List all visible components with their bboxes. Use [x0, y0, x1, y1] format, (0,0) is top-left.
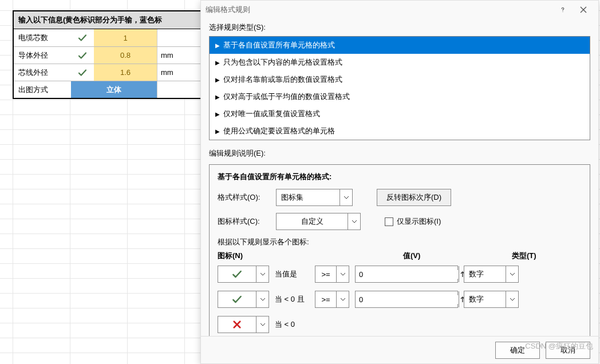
row-value[interactable]: 1.6 [94, 64, 157, 81]
chevron-down-icon [256, 266, 269, 282]
row-value[interactable]: 立体 [71, 81, 157, 98]
dialog-help-button[interactable] [552, 2, 573, 18]
checkbox-box [385, 217, 393, 226]
show-icon-only-checkbox[interactable]: 仅显示图标(I) [385, 216, 441, 227]
play-arrow-icon: ▶ [215, 42, 220, 49]
type-combo[interactable]: 数字 [464, 291, 519, 308]
rule-type-label: 仅对唯一值或重复值设置格式 [223, 109, 320, 119]
dialog-content: 选择规则类型(S): ▶基于各自值设置所有单元格的格式▶只为包含以下内容的单元格… [201, 19, 598, 336]
rule-type-listbox[interactable]: ▶基于各自值设置所有单元格的格式▶只为包含以下内容的单元格设置格式▶仅对排名靠前… [209, 36, 590, 140]
ok-button[interactable]: 确定 [495, 342, 540, 359]
rule-type-item[interactable]: ▶使用公式确定要设置格式的单元格 [210, 122, 590, 140]
rule-condition-label: 当 < 0 且 [275, 294, 309, 304]
rule-type-item[interactable]: ▶基于各自值设置所有单元格的格式 [210, 37, 590, 54]
check-icon [218, 294, 256, 305]
check-icon [71, 47, 94, 64]
chevron-down-icon [506, 291, 518, 307]
col-type-header: 类型(T) [512, 251, 582, 261]
rule-type-label: 基于各自值设置所有单元格的格式 [223, 40, 335, 50]
rule-description-panel: 基于各自值设置所有单元格的格式: 格式样式(O): 图标集 反转图标次序(D) … [209, 164, 590, 336]
dialog-footer: 确定 取消 [201, 336, 598, 363]
row-label: 电缆芯数 [14, 29, 71, 46]
dialog-title: 编辑格式规则 [206, 5, 250, 15]
chevron-down-icon [506, 266, 518, 282]
row-label: 芯线外径 [14, 64, 71, 81]
icon-style-combo[interactable]: 自定义 [276, 213, 361, 230]
select-rule-type-label: 选择规则类型(S): [209, 22, 590, 33]
edit-format-rule-dialog: 编辑格式规则 选择规则类型(S): ▶基于各自值设置所有单元格的格式▶只为包含以… [200, 0, 599, 364]
reverse-icon-order-button[interactable]: 反转图标次序(D) [377, 189, 451, 206]
value-input-group [355, 291, 458, 308]
play-arrow-icon: ▶ [215, 60, 220, 66]
table-row: 芯线外径1.6mm [14, 64, 202, 81]
format-style-label: 格式样式(O): [218, 192, 268, 203]
chevron-down-icon [256, 316, 269, 333]
operator-combo[interactable]: >= [315, 266, 349, 283]
play-arrow-icon: ▶ [215, 94, 220, 100]
table-header: 输入以下信息(黄色标识部分为手输，蓝色标 [14, 11, 202, 29]
icon-rule-row: 当值是>=数字 [218, 266, 582, 283]
col-icon-header: 图标(N) [218, 251, 291, 261]
play-arrow-icon: ▶ [215, 77, 220, 83]
help-icon [559, 6, 567, 14]
rule-type-item[interactable]: ▶仅对唯一值或重复值设置格式 [210, 105, 590, 122]
icon-rule-headers: 图标(N) 值(V) 类型(T) [218, 251, 582, 261]
type-combo[interactable]: 数字 [464, 266, 519, 283]
chevron-down-icon [336, 266, 349, 282]
chevron-down-icon [336, 291, 349, 307]
col-value-header: 值(V) [403, 251, 512, 261]
table-row: 电缆芯数1 [14, 29, 202, 46]
row-unit [157, 81, 202, 98]
row-value[interactable]: 1 [94, 29, 157, 46]
row-unit: mm [157, 64, 202, 81]
edit-rule-desc-label: 编辑规则说明(E): [209, 148, 590, 159]
cross-icon [218, 319, 256, 330]
close-icon [580, 6, 587, 13]
chevron-down-icon [256, 291, 269, 307]
icon-picker[interactable] [218, 266, 269, 283]
row-value[interactable]: 0.8 [94, 47, 157, 64]
rule-type-label: 仅对排名靠前或靠后的数值设置格式 [223, 74, 342, 85]
rule-type-item[interactable]: ▶仅对高于或低于平均值的数值设置格式 [210, 88, 590, 105]
icon-picker[interactable] [218, 291, 269, 308]
check-icon [218, 268, 256, 280]
icon-rule-row: 当 < 0 [218, 316, 582, 333]
row-label: 导体外径 [14, 47, 71, 64]
icon-style-label: 图标样式(C): [218, 216, 268, 227]
check-icon [71, 29, 94, 46]
rule-type-label: 使用公式确定要设置格式的单元格 [223, 126, 335, 136]
rule-condition-label: 当 < 0 [275, 319, 309, 330]
rules-intro-label: 根据以下规则显示各个图标: [218, 237, 582, 247]
value-input[interactable] [356, 295, 459, 304]
dialog-close-button[interactable] [573, 2, 594, 18]
table-row: 出图方式立体 [14, 81, 202, 98]
check-icon [71, 64, 94, 81]
row-label: 出图方式 [14, 81, 71, 98]
chevron-down-icon [340, 189, 352, 205]
rule-condition-label: 当值是 [275, 269, 309, 279]
input-table: 输入以下信息(黄色标识部分为手输，蓝色标 电缆芯数1导体外径0.8mm芯线外径1… [13, 10, 203, 99]
row-unit: mm [157, 47, 202, 64]
dialog-titlebar: 编辑格式规则 [201, 1, 598, 19]
rule-type-label: 仅对高于或低于平均值的数值设置格式 [223, 92, 350, 102]
cancel-button[interactable]: 取消 [546, 342, 590, 359]
operator-combo[interactable]: >= [315, 291, 349, 308]
value-input[interactable] [356, 270, 459, 279]
table-row: 导体外径0.8mm [14, 46, 202, 64]
row-unit [157, 29, 202, 46]
play-arrow-icon: ▶ [215, 111, 220, 117]
icon-picker[interactable] [218, 316, 269, 333]
icon-rule-row: 当 < 0 且>=数字 [218, 291, 582, 308]
panel-title: 基于各自值设置所有单元格的格式: [218, 172, 582, 182]
format-style-combo[interactable]: 图标集 [276, 189, 353, 206]
rule-type-item[interactable]: ▶只为包含以下内容的单元格设置格式 [210, 54, 590, 71]
chevron-down-icon [348, 213, 360, 230]
rule-type-item[interactable]: ▶仅对排名靠前或靠后的数值设置格式 [210, 71, 590, 88]
value-input-group [355, 266, 458, 283]
rule-type-label: 只为包含以下内容的单元格设置格式 [223, 57, 342, 68]
play-arrow-icon: ▶ [215, 128, 220, 134]
